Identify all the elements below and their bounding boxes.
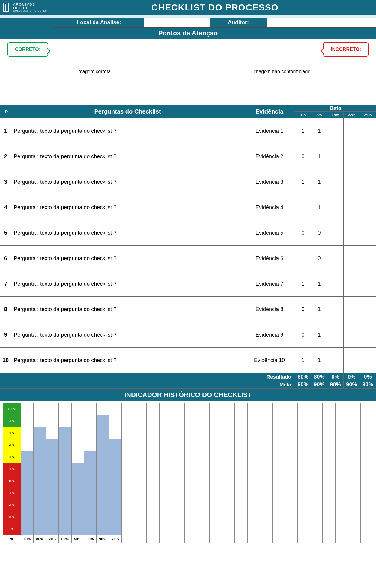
chart-cell xyxy=(184,523,197,535)
chart-cell xyxy=(272,499,285,511)
row-value[interactable]: 1 xyxy=(311,348,327,373)
chart-column xyxy=(272,403,285,535)
row-question: Pergunta : texto da pergunta do checklis… xyxy=(11,144,244,169)
chart-cell xyxy=(285,523,297,535)
row-value[interactable]: 0 xyxy=(295,322,311,348)
chart-cell xyxy=(134,427,147,439)
date-header: 8/5 xyxy=(311,112,327,118)
row-value[interactable]: 0 xyxy=(295,220,311,246)
row-value[interactable] xyxy=(327,220,344,246)
row-value[interactable] xyxy=(327,297,344,322)
row-value[interactable] xyxy=(327,348,344,373)
row-value[interactable] xyxy=(327,246,344,271)
chart-cell xyxy=(184,439,197,451)
row-value[interactable] xyxy=(344,348,360,373)
chart-column xyxy=(34,403,46,535)
row-value[interactable] xyxy=(327,118,344,144)
row-value[interactable]: 0 xyxy=(295,144,311,169)
row-value[interactable]: 1 xyxy=(311,195,327,220)
chart-column xyxy=(147,403,159,535)
row-value[interactable] xyxy=(344,297,360,322)
chart-cell xyxy=(172,523,184,535)
chart-cell xyxy=(21,511,34,523)
row-value[interactable]: 1 xyxy=(295,271,311,297)
x-label: 60% xyxy=(21,535,34,543)
chart-cell xyxy=(159,451,172,463)
row-value[interactable]: 1 xyxy=(295,348,311,373)
row-value[interactable]: 0 xyxy=(311,220,327,246)
chart-cell xyxy=(197,475,210,487)
row-value[interactable]: 1 xyxy=(295,169,311,195)
chart-cell xyxy=(297,403,310,415)
chart-cell xyxy=(109,475,121,487)
chart-cell xyxy=(172,451,184,463)
y-tick: 60% xyxy=(3,451,21,463)
indicator-title: INDICADOR HISTÓRICO DO CHECKLIST xyxy=(0,389,376,401)
chart-cell xyxy=(159,511,172,523)
row-value[interactable] xyxy=(344,271,360,297)
row-value[interactable]: 1 xyxy=(295,118,311,144)
auditor-input[interactable] xyxy=(267,18,376,28)
x-label xyxy=(172,535,184,543)
row-value[interactable]: 1 xyxy=(311,118,327,144)
row-value[interactable] xyxy=(360,195,376,220)
row-value[interactable]: 1 xyxy=(311,271,327,297)
chart-cell xyxy=(360,451,373,463)
chart-cell xyxy=(235,499,247,511)
chart-cell xyxy=(184,427,197,439)
row-value[interactable] xyxy=(327,271,344,297)
x-label xyxy=(323,535,335,543)
row-value[interactable] xyxy=(344,195,360,220)
chart-cell xyxy=(97,523,109,535)
chart-cell xyxy=(247,511,260,523)
row-value[interactable] xyxy=(360,118,376,144)
x-label xyxy=(184,535,197,543)
chart-cell xyxy=(222,487,235,499)
chart-cell xyxy=(210,523,222,535)
meta-row: Meta 90% 90% 90% 90% 90% xyxy=(0,381,376,389)
row-evidence: Evidência 5 xyxy=(244,220,295,246)
chart-cell xyxy=(210,415,222,427)
chart-cell xyxy=(272,511,285,523)
row-value[interactable] xyxy=(344,322,360,348)
row-value[interactable] xyxy=(344,246,360,271)
row-value[interactable] xyxy=(327,169,344,195)
chart-cell xyxy=(272,487,285,499)
chart-cell xyxy=(272,523,285,535)
row-value[interactable]: 1 xyxy=(295,195,311,220)
row-value[interactable] xyxy=(327,195,344,220)
row-value[interactable] xyxy=(360,348,376,373)
chart-cell xyxy=(97,403,109,415)
row-value[interactable] xyxy=(360,144,376,169)
chart-cell xyxy=(297,475,310,487)
row-value[interactable] xyxy=(344,220,360,246)
row-value[interactable]: 1 xyxy=(311,322,327,348)
row-value[interactable]: 1 xyxy=(311,144,327,169)
row-value[interactable] xyxy=(344,118,360,144)
chart-column xyxy=(310,403,323,535)
chart-cell xyxy=(121,439,134,451)
row-value[interactable]: 0 xyxy=(295,297,311,322)
row-value[interactable]: 1 xyxy=(311,169,327,195)
row-value[interactable] xyxy=(360,169,376,195)
row-value[interactable]: 1 xyxy=(295,246,311,271)
row-value[interactable] xyxy=(360,246,376,271)
local-input[interactable] xyxy=(144,18,210,28)
row-value[interactable] xyxy=(327,144,344,169)
row-value[interactable] xyxy=(360,297,376,322)
date-header: 15/5 xyxy=(327,112,344,118)
row-value[interactable]: 0 xyxy=(311,246,327,271)
chart-cell xyxy=(34,487,46,499)
row-value[interactable] xyxy=(327,322,344,348)
correct-caption: imagem correta xyxy=(4,57,184,74)
row-value[interactable] xyxy=(360,220,376,246)
row-value[interactable] xyxy=(360,271,376,297)
row-value[interactable] xyxy=(344,144,360,169)
chart-cell xyxy=(46,451,59,463)
row-value[interactable] xyxy=(360,322,376,348)
row-value[interactable]: 1 xyxy=(311,297,327,322)
row-value[interactable] xyxy=(344,169,360,195)
chart-cell xyxy=(235,403,247,415)
chart-cell xyxy=(84,427,97,439)
attention-title: Pontos de Atenção xyxy=(0,28,376,39)
